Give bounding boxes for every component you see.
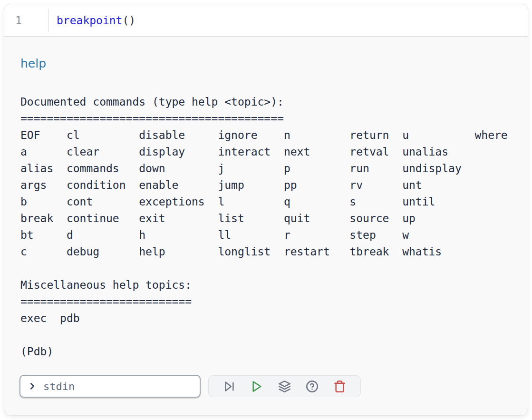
code-token-punctuation: () [122, 14, 135, 27]
line-number-gutter: 1 [4, 14, 48, 27]
console-output: Documented commands (type help <topic>):… [20, 94, 512, 360]
clear-button[interactable] [330, 377, 349, 396]
console-panel: help Documented commands (type help <top… [4, 57, 528, 398]
step-forward-button[interactable] [220, 377, 239, 396]
help-button[interactable] [303, 377, 322, 396]
toolbar [208, 375, 361, 397]
code-widget: 1 breakpoint() help Documented commands … [4, 4, 528, 416]
echoed-command: help [20, 57, 512, 71]
stack-button[interactable] [275, 377, 294, 396]
line-number: 1 [15, 14, 22, 27]
controls-row [19, 375, 512, 398]
code-token-builtin: breakpoint [57, 14, 122, 27]
chevron-right-icon [27, 381, 38, 391]
play-icon [251, 380, 263, 393]
stdin-input[interactable] [42, 380, 193, 393]
layers-icon [278, 380, 291, 393]
trash-icon [333, 380, 346, 393]
skip-forward-icon [223, 380, 236, 393]
help-circle-icon [306, 380, 319, 393]
code-line[interactable]: breakpoint() [57, 4, 135, 37]
run-button[interactable] [247, 377, 266, 396]
stdin-box [19, 375, 201, 398]
gutter-divider [48, 9, 49, 32]
code-editor: 1 breakpoint() [4, 4, 528, 37]
